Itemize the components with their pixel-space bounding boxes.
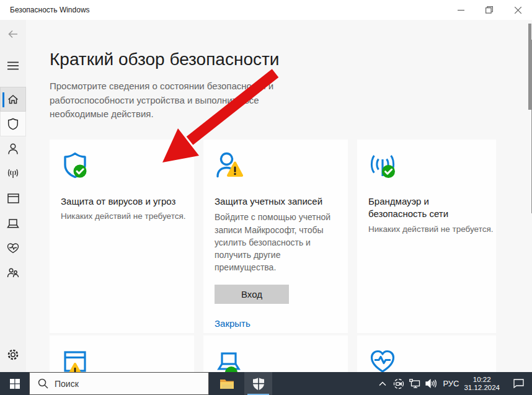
- action-center-button[interactable]: [506, 379, 531, 388]
- network-ethernet-icon: [409, 379, 421, 389]
- sidebar-item-app-browser[interactable]: [0, 186, 26, 211]
- tray-chevron-button[interactable]: [375, 381, 391, 386]
- language-indicator[interactable]: РУС: [443, 379, 459, 388]
- person-warning-icon: [215, 151, 243, 179]
- security-cards-grid: Защита от вирусов и угроз Никаких действ…: [50, 140, 496, 372]
- sidebar-item-family[interactable]: [0, 260, 26, 285]
- minimize-button[interactable]: [446, 0, 475, 20]
- family-icon: [7, 267, 19, 278]
- restore-icon: [485, 6, 493, 14]
- windows-logo-icon: [10, 379, 20, 389]
- app-window-icon: [7, 193, 19, 203]
- app-window-warning-icon: [61, 347, 89, 372]
- taskbar-app-file-explorer[interactable]: [213, 372, 241, 395]
- card-account-protection[interactable]: Защита учетных записей Войдите с помощью…: [203, 140, 348, 333]
- main-content: Краткий обзор безопасности Просмотрите с…: [26, 20, 532, 372]
- heart-pulse-icon: [368, 347, 397, 372]
- card-device-security[interactable]: [203, 335, 348, 372]
- file-explorer-icon: [219, 378, 234, 390]
- page-title: Краткий обзор безопасности: [50, 50, 279, 69]
- start-button[interactable]: [0, 372, 29, 395]
- close-icon: [515, 7, 521, 14]
- card-firewall-network[interactable]: Брандмауэр и безопасность сети Никаких д…: [357, 140, 496, 333]
- taskbar-search-box[interactable]: Поиск: [29, 372, 209, 395]
- window-titlebar: Безопасность Windows: [0, 0, 532, 20]
- card-virus-threat-protection[interactable]: Защита от вирусов и угроз Никаких действ…: [50, 140, 194, 333]
- shield-check-icon: [61, 151, 89, 179]
- taskbar-app-windows-security[interactable]: [244, 372, 272, 395]
- restore-button[interactable]: [475, 0, 503, 20]
- card-device-health[interactable]: [357, 335, 496, 372]
- sidebar-item-device-security[interactable]: [0, 211, 26, 236]
- window-title: Безопасность Windows: [10, 6, 90, 14]
- clock-date: 31.12.2024: [464, 384, 500, 392]
- system-tray: РУС 10:22 31.12.2024: [375, 372, 532, 395]
- shield-icon: [7, 118, 19, 130]
- tray-meet-now-button[interactable]: [391, 378, 407, 389]
- network-signal-icon: [7, 167, 19, 180]
- sidebar-item-virus-threat[interactable]: [0, 112, 26, 136]
- hamburger-icon: [7, 61, 19, 70]
- card-title: Защита от вирусов и угроз: [61, 195, 183, 208]
- sidebar: [0, 20, 26, 372]
- laptop-icon: [7, 218, 19, 229]
- active-accent-bar: [2, 92, 4, 107]
- taskbar: Поиск РУС 10:22: [0, 372, 532, 395]
- taskbar-clock[interactable]: 10:22 31.12.2024: [464, 376, 500, 392]
- card-status: Никаких действий не требуется.: [368, 224, 485, 234]
- vertical-scrollbar-thumb[interactable]: [528, 24, 531, 110]
- action-center-icon: [513, 379, 524, 388]
- heart-pulse-icon: [7, 242, 19, 254]
- sign-in-button[interactable]: Вход: [215, 285, 289, 304]
- chevron-up-icon: [379, 381, 386, 386]
- person-icon: [7, 143, 19, 155]
- page-intro: Просмотрите сведения о состоянии безопас…: [50, 79, 294, 122]
- dismiss-link[interactable]: Закрыть: [215, 318, 250, 329]
- card-title: Защита учетных записей: [215, 195, 337, 208]
- card-app-browser-control[interactable]: [50, 335, 194, 372]
- gear-icon: [7, 348, 19, 361]
- sidebar-item-firewall-network[interactable]: [0, 161, 26, 186]
- sidebar-item-device-health[interactable]: [0, 236, 26, 260]
- clock-time: 10:22: [464, 376, 500, 384]
- close-button[interactable]: [503, 0, 532, 20]
- back-button[interactable]: [0, 24, 26, 45]
- laptop-check-icon: [215, 347, 243, 372]
- search-icon: [38, 378, 48, 389]
- sidebar-item-home[interactable]: [0, 87, 26, 112]
- windows-security-shield-icon: [252, 377, 265, 391]
- search-placeholder: Поиск: [55, 379, 79, 389]
- card-description: Войдите с помощью учетной записи Майкрос…: [215, 211, 337, 273]
- meet-now-camera-icon: [393, 378, 404, 389]
- card-status: Никаких действий не требуется.: [61, 211, 183, 221]
- sidebar-item-settings[interactable]: [0, 342, 26, 367]
- minimize-icon: [458, 7, 464, 14]
- menu-button[interactable]: [0, 53, 26, 78]
- home-icon: [7, 93, 19, 105]
- speaker-icon: [425, 379, 437, 388]
- back-arrow-icon: [7, 28, 19, 40]
- network-check-icon: [368, 151, 397, 179]
- tray-network-button[interactable]: [407, 379, 423, 389]
- sidebar-item-account[interactable]: [0, 136, 26, 161]
- card-title: Брандмауэр и безопасность сети: [368, 195, 485, 221]
- tray-volume-button[interactable]: [423, 379, 439, 388]
